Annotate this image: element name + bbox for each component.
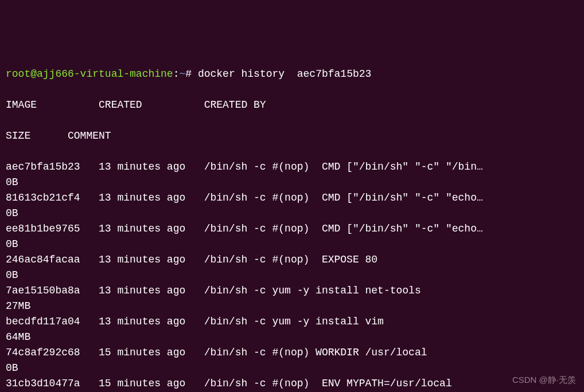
header-line-1: IMAGE CREATED CREATED BY [6, 97, 578, 113]
history-row: becdfd117a04 13 minutes ago /bin/sh -c y… [6, 314, 578, 330]
prompt-line[interactable]: root@ajj666-virtual-machine:~# docker hi… [6, 66, 578, 82]
history-row-size: 0B [6, 206, 578, 221]
prompt-path: ~ [179, 68, 185, 80]
history-row: 7ae15150ba8a 13 minutes ago /bin/sh -c y… [6, 283, 578, 299]
history-row-size: 0B [6, 175, 578, 190]
history-row: 81613cb21cf4 13 minutes ago /bin/sh -c #… [6, 190, 578, 206]
history-row: aec7bfa15b23 13 minutes ago /bin/sh -c #… [6, 159, 578, 175]
command-text: docker history aec7bfa15b23 [198, 68, 371, 80]
history-row: ee81b1be9765 13 minutes ago /bin/sh -c #… [6, 221, 578, 237]
prompt-separator: # [185, 68, 192, 80]
header-line-2: SIZE COMMENT [6, 128, 578, 144]
history-row: 246ac84facaa 13 minutes ago /bin/sh -c #… [6, 252, 578, 268]
history-row: 31cb3d10477a 15 minutes ago /bin/sh -c #… [6, 376, 578, 391]
history-row-size: 0B [6, 268, 578, 283]
history-row-size: 0B [6, 360, 578, 376]
history-row-size: 0B [6, 237, 578, 252]
history-row: 74c8af292c68 15 minutes ago /bin/sh -c #… [6, 345, 578, 360]
history-row-size: 64MB [6, 330, 578, 345]
watermark: CSDN @静·无羡 [512, 374, 576, 387]
prompt-user-host: root@ajj666-virtual-machine [6, 68, 173, 80]
history-rows: aec7bfa15b23 13 minutes ago /bin/sh -c #… [6, 159, 578, 392]
history-row-size: 27MB [6, 299, 578, 314]
